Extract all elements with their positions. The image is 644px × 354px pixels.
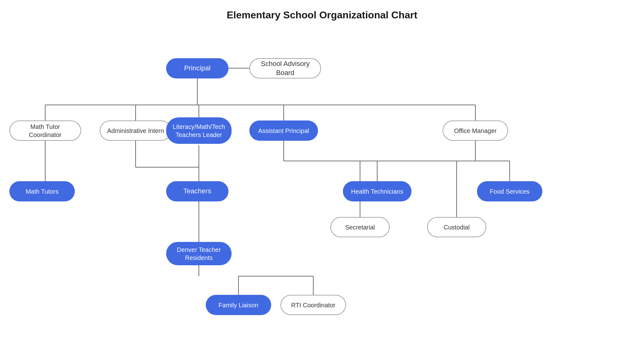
node-secretarial: Secretarial: [330, 217, 390, 237]
chart-container: Principal School Advisory Board Math Tut…: [0, 24, 644, 354]
node-family-liaison: Family Liaison: [206, 295, 271, 315]
page-title: Elementary School Organizational Chart: [0, 0, 644, 21]
node-rti-coordinator: RTI Coordinator: [281, 295, 346, 315]
node-teachers: Teachers: [166, 181, 228, 201]
node-asst-principal: Assistant Principal: [249, 120, 318, 141]
node-lit-math-tech: Literacy/Math/TechTeachers Leader: [166, 117, 232, 144]
node-custodial: Custodial: [427, 217, 486, 237]
node-denver-teacher: Denver TeacherResidents: [166, 242, 232, 265]
node-food-services: Food Services: [477, 181, 542, 201]
node-admin-intern: Administrative Intern: [100, 120, 171, 141]
node-advisory-board: School Advisory Board: [249, 58, 321, 78]
node-health-tech: Health Technicians: [343, 181, 411, 201]
node-principal: Principal: [166, 58, 228, 78]
node-math-tutor-coord: Math Tutor Coordinator: [9, 120, 81, 141]
node-office-manager: Office Manager: [443, 120, 508, 141]
node-math-tutors: Math Tutors: [9, 181, 75, 201]
